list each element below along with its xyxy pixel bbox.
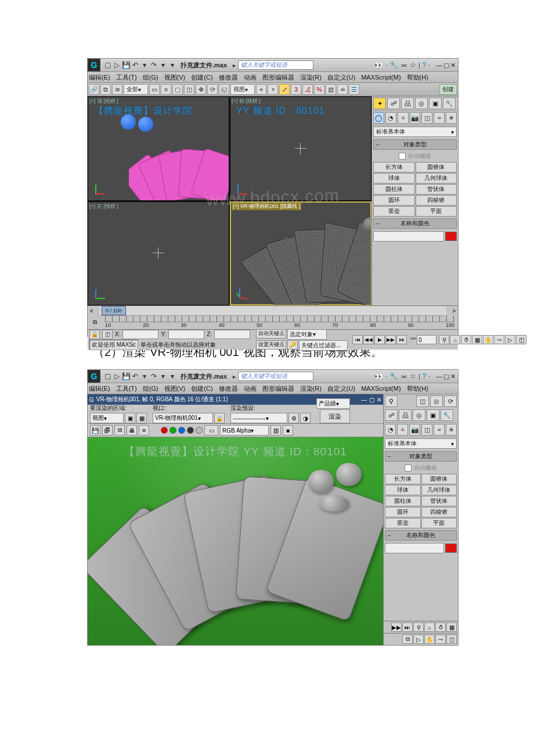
sphere-button[interactable]: 球体 xyxy=(385,485,421,495)
create-tab-icon[interactable]: ✦ xyxy=(373,98,386,109)
compare-a-icon[interactable]: ▥ xyxy=(270,425,281,435)
toggle-overlay-icon[interactable]: ▭ xyxy=(204,425,218,435)
zoom-icon[interactable]: ⚲ xyxy=(439,335,449,344)
time-config-icon[interactable]: ⌂ xyxy=(424,622,435,632)
modify-tab-icon[interactable]: ☍ xyxy=(385,409,398,421)
auto-grid-checkbox[interactable] xyxy=(405,465,412,471)
menu-views[interactable]: 视图(V) xyxy=(164,73,186,82)
zoom-icon[interactable]: ▷ xyxy=(413,635,424,644)
spacewarps-icon[interactable]: ≈ xyxy=(434,424,445,435)
name-color-rollout[interactable]: 名称和颜色 xyxy=(385,530,457,541)
save-icon[interactable]: 💾 xyxy=(121,60,131,70)
current-frame-field[interactable]: 0 xyxy=(417,335,436,344)
angle-snap-icon[interactable]: ⤢ xyxy=(279,84,290,95)
binoculars-icon[interactable]: 👀 xyxy=(374,372,383,380)
goto-end-icon[interactable]: ⏭ xyxy=(396,335,407,344)
render-setup-icon[interactable]: ⚙ xyxy=(288,413,299,423)
more-icon[interactable]: ▾ xyxy=(168,372,177,381)
save-image-icon[interactable]: 💾 xyxy=(90,425,100,435)
isolate-icon[interactable]: ◫ xyxy=(102,330,113,339)
align-icon[interactable]: ≐ xyxy=(337,84,348,95)
clear-icon[interactable]: ✕ xyxy=(139,425,149,435)
mirror-icon[interactable]: ▥ xyxy=(326,84,336,95)
channel-select[interactable]: RGB Alpha ▾ xyxy=(220,425,269,435)
minimize-button[interactable]: — xyxy=(436,62,442,69)
menu-graph-editors[interactable]: 图形编辑器 xyxy=(262,384,294,393)
menu-edit[interactable]: 编辑(E) xyxy=(89,73,110,82)
menu-help[interactable]: 帮助(H) xyxy=(407,73,428,82)
category-select[interactable]: 标准基本体▾ xyxy=(385,438,457,449)
tube-button[interactable]: 管状体 xyxy=(421,496,457,506)
select-name-icon[interactable]: ≡ xyxy=(161,84,171,95)
timeline-ruler[interactable] xyxy=(105,316,454,322)
menu-animation[interactable]: 动画 xyxy=(244,73,257,82)
minimize-button[interactable]: — xyxy=(361,397,367,403)
motion-tab-icon[interactable]: ◎ xyxy=(415,98,428,109)
menu-maxscript[interactable]: MAXScript(M) xyxy=(361,74,400,81)
minimize-button[interactable]: — xyxy=(436,373,442,380)
cylinder-button[interactable]: 圆柱体 xyxy=(373,184,415,195)
hierarchy-tab-icon[interactable]: 品 xyxy=(401,98,414,109)
modify-tab-icon[interactable]: ☍ xyxy=(387,98,400,109)
helpers-icon[interactable]: ◫ xyxy=(421,424,432,435)
mono-channel-toggle[interactable] xyxy=(196,427,203,434)
goto-start-icon[interactable]: ⏮ xyxy=(352,335,363,344)
menu-modifiers[interactable]: 修改器 xyxy=(219,73,238,82)
category-select[interactable]: 标准基本体▾ xyxy=(373,127,457,137)
menu-tools[interactable]: 工具(T) xyxy=(116,384,137,393)
star-icon[interactable]: ☆ xyxy=(410,372,416,380)
alpha-channel-toggle[interactable] xyxy=(187,427,194,434)
time-slider-thumb[interactable]: 0 / 100 xyxy=(102,306,126,315)
maximize-button[interactable]: ▢ xyxy=(369,397,374,403)
geosphere-button[interactable]: 几何球体 xyxy=(421,485,457,495)
display-tab-icon[interactable]: ▣ xyxy=(427,409,439,421)
next-frame-icon[interactable]: ▶▶ xyxy=(385,335,396,344)
chevron-down-icon[interactable]: ▾ xyxy=(140,372,149,381)
edit-region-icon[interactable]: ▦ xyxy=(136,413,147,423)
auto-key-button[interactable]: 自动关键点 xyxy=(256,329,286,339)
trackbar-toggle-icon[interactable]: ⧉ xyxy=(93,319,97,326)
motion-tab-icon[interactable]: ◎ xyxy=(413,409,425,421)
chevron-down-icon[interactable]: ▾ xyxy=(158,372,168,381)
save-icon[interactable]: 💾 xyxy=(121,372,131,381)
spanner-icon[interactable]: 🔧 xyxy=(389,61,398,69)
new-icon[interactable]: ▢ xyxy=(103,60,112,70)
orbit-icon[interactable]: ⥀ xyxy=(461,335,471,344)
select-icon[interactable]: ▭ xyxy=(149,84,160,95)
object-name-input[interactable] xyxy=(373,231,444,242)
teapot-button[interactable]: 茶壶 xyxy=(373,206,415,217)
menu-group[interactable]: 组(G) xyxy=(143,384,158,393)
region-icon[interactable]: ▣ xyxy=(125,413,135,423)
utilities-tab-icon[interactable]: 🔧 xyxy=(441,409,453,421)
plane-button[interactable]: 平面 xyxy=(416,206,457,217)
walk-icon[interactable]: ⤳ xyxy=(435,635,446,644)
key-filter-button[interactable]: 关键点过滤器... xyxy=(299,340,348,351)
tool-icon[interactable]: ⚲ xyxy=(385,395,398,407)
plane-button[interactable]: 平面 xyxy=(421,518,457,528)
binoculars-icon[interactable]: 👀 xyxy=(374,61,383,69)
lights-icon[interactable]: ✧ xyxy=(397,424,408,435)
lock-icon[interactable]: 🔒 xyxy=(89,330,100,339)
preset-select[interactable]: ----------------- ▾ xyxy=(230,413,287,423)
hand-icon[interactable]: ✋ xyxy=(424,635,435,644)
chevron-down-icon[interactable]: ▾ xyxy=(158,60,168,70)
menu-tools[interactable]: 工具(T) xyxy=(116,73,137,82)
key-icon[interactable]: 🔑 xyxy=(287,340,298,350)
teapot-button[interactable]: 茶壶 xyxy=(385,518,421,528)
geometry-icon[interactable]: ◯ xyxy=(373,112,384,124)
lock-viewport-icon[interactable]: 🔒 xyxy=(214,413,225,423)
copy-image-icon[interactable]: 🗐 xyxy=(102,425,113,435)
print-icon[interactable]: 🖶 xyxy=(127,425,137,435)
cameras-icon[interactable]: 📷 xyxy=(409,424,420,435)
maximize-button[interactable]: ▢ xyxy=(443,373,449,380)
snap3-icon[interactable]: 3 xyxy=(291,84,301,95)
viewport-select[interactable]: VR-物理相机001 ▾ xyxy=(153,413,213,423)
time-slider[interactable]: 0 / 100 xyxy=(99,306,446,316)
open-icon[interactable]: ▷ xyxy=(112,372,121,381)
pyramid-button[interactable]: 四棱锥 xyxy=(416,195,457,206)
object-color-swatch[interactable] xyxy=(445,543,457,553)
menu-rendering[interactable]: 渲染(R) xyxy=(300,384,322,393)
coord-z-field[interactable] xyxy=(214,330,250,339)
object-type-rollout[interactable]: 对象类型 xyxy=(373,139,457,150)
close-button[interactable]: ✕ xyxy=(450,373,456,380)
